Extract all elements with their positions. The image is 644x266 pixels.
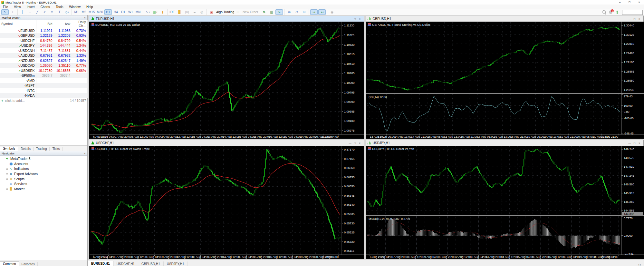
market-watch-row-audusd[interactable]: ↘AUDUSD0.679510.679821.33% [0, 53, 87, 58]
market-watch-row-eurusd[interactable]: ↘EURUSD1.119211.119360.73% [0, 28, 87, 33]
chart-canvas-gbpusd[interactable]: 1.304401.301251.298101.294951.291801.288… [366, 22, 643, 138]
chart-minimize-button[interactable]: — [627, 17, 632, 21]
tree-item-scripts[interactable]: ⊞▤Scripts [1, 176, 87, 182]
chart-close-button[interactable]: × [637, 142, 642, 145]
expand-icon[interactable]: ⊞ [5, 177, 9, 180]
price-chart-gbpusd[interactable]: 1.304401.301251.298101.294951.291801.288… [366, 22, 644, 139]
chart-close-button[interactable]: × [637, 17, 642, 21]
expand-icon[interactable]: ⊞ [5, 172, 9, 175]
navigator-header[interactable]: Navigator × [0, 151, 87, 156]
market-watch-row-usdjpy[interactable]: ↗USDJPY144.336144.444-1.34% [0, 43, 87, 48]
menu-window[interactable]: Window [66, 5, 83, 9]
community-icon[interactable]: 1 [609, 10, 612, 14]
menu-help[interactable]: Help [83, 5, 96, 9]
tile-windows-button[interactable]: ⊞ [301, 10, 307, 15]
text-tool[interactable]: T [56, 10, 63, 15]
chart-minimize-button[interactable]: — [348, 17, 352, 21]
chart-maximize-button[interactable]: □ [632, 17, 637, 21]
timeframe-m15[interactable]: M15 [88, 10, 95, 15]
tree-item-metatrader-5[interactable]: ❖MetaTrader 5 [1, 156, 87, 161]
chart-window-usdchf[interactable]: USDCHF,H1—□×0.873700.871650.869600.86755… [89, 140, 364, 259]
zoom-out-button[interactable]: ⊖ [293, 10, 300, 15]
timeframe-w1[interactable]: W1 [127, 10, 134, 15]
trendline-tool[interactable]: ╱ [34, 10, 41, 15]
chart-window-usdjpy[interactable]: USDJPY,H1—□×149.240148.575147.910147.245… [366, 140, 644, 259]
chart-tab-gbpusdh1[interactable]: GBPUSD,H1 [138, 261, 164, 266]
chart-maximize-button[interactable]: □ [352, 17, 357, 21]
chart-shift-button[interactable]: ↦ [310, 9, 318, 15]
minimize-button[interactable]: – [615, 1, 625, 4]
bar-chart-button[interactable]: ▥ [268, 10, 275, 15]
expand-icon[interactable]: ⊞ [5, 167, 9, 170]
market-watch-row-gbpusd[interactable]: ↘GBPUSD1.321291.322030.93% [0, 33, 87, 38]
horizontal-line-tool[interactable]: ─ [26, 10, 33, 15]
column-header-dailych[interactable]: Daily Ch... [72, 20, 87, 28]
menu-file[interactable]: File [0, 5, 11, 9]
cloud-button[interactable]: ☁ [191, 10, 198, 15]
timeframe-m1[interactable]: M1 [73, 10, 80, 15]
restore-button[interactable]: □ [625, 1, 634, 4]
chart-tab-scroll-arrows[interactable]: ◂ ▸ [638, 263, 644, 266]
chart-window-titlebar[interactable]: EURUSD,H1—□× [89, 16, 364, 22]
tab-common[interactable]: Common [0, 261, 19, 266]
line-chart-button[interactable]: ∿ [275, 9, 283, 15]
vps-button[interactable]: ◎ [198, 10, 205, 15]
algo-trading-button[interactable]: ▣ [208, 10, 215, 15]
menu-insert[interactable]: Insert [24, 5, 38, 9]
zoom-in-button[interactable]: ⊕ [286, 10, 293, 15]
chart-minimize-button[interactable]: — [348, 142, 352, 145]
screenshot-button[interactable]: ◉ [329, 10, 335, 15]
market-watch-row-sp500m[interactable]: •SP500m3936.73937.4 [0, 73, 87, 78]
column-header-bid[interactable]: Bid [36, 20, 54, 28]
chart-window-eurusd[interactable]: EURUSD,H1—□×1.112301.110251.108201.10615… [89, 16, 364, 139]
search-icon[interactable] [602, 10, 606, 14]
market-watch-row-usdchf[interactable]: •USDCHF0.847600.84799-0.54% [0, 38, 87, 43]
market-watch-header[interactable]: Market Watch × [0, 15, 87, 20]
ide-button[interactable]: IDE [169, 10, 176, 15]
line-type-dropdown[interactable]: ∿▾ [144, 10, 151, 15]
market-button[interactable]: ▉ [176, 10, 183, 15]
close-button[interactable]: × [634, 1, 644, 4]
market-watch-row-nzdusd[interactable]: ↗NZDUSD0.623270.623471.49% [0, 58, 87, 63]
navigator-close-icon[interactable]: × [84, 152, 86, 155]
timeframe-h1[interactable]: H1 [104, 9, 112, 15]
timeframe-m30[interactable]: M30 [96, 10, 103, 15]
tab-trading[interactable]: Trading [34, 147, 50, 151]
market-watch-add-row[interactable]: + click to add... 14 / 10157 [0, 98, 87, 103]
market-watch-row-usdsek[interactable]: ↗USDSEK10.1723010.18865-0.66% [0, 68, 87, 73]
tree-item-market[interactable]: ⊞▉Market [1, 186, 87, 192]
crosshair-tool[interactable]: + [9, 10, 16, 15]
tab-symbols[interactable]: Symbols [0, 146, 18, 151]
chart-canvas-eurusd[interactable]: 1.112301.110251.108201.106151.104101.102… [90, 22, 363, 138]
market-watch-row-intc[interactable]: ◔INTC [0, 88, 87, 93]
market-watch-close-icon[interactable]: × [84, 16, 86, 19]
timeframe-h4[interactable]: H4 [112, 10, 119, 15]
price-chart-usdchf[interactable]: 0.873700.871650.869600.867550.865500.863… [90, 146, 364, 259]
tree-item-accounts[interactable]: ⬤Accounts [1, 161, 87, 166]
toolbar-search-input[interactable] [622, 10, 643, 15]
market-watch-row-amd[interactable]: ◔AMD [0, 78, 87, 83]
menu-tools[interactable]: Tools [53, 5, 66, 9]
chart-maximize-button[interactable]: □ [632, 142, 637, 145]
equidistant-tool[interactable]: ≡ [49, 10, 55, 15]
tree-item-expert-advisors[interactable]: ⊞◆Expert Advisors [1, 171, 87, 176]
new-order-button[interactable]: ⊞ [235, 10, 241, 15]
chart-tab-eurusdh1[interactable]: EURUSD,H1 [88, 261, 113, 266]
indicators-dropdown[interactable]: ▦▾ [152, 10, 159, 15]
price-chart-eurusd[interactable]: 1.112301.110251.108201.106151.104101.102… [90, 22, 364, 139]
tab-favorites[interactable]: Favorites [19, 262, 38, 266]
tab-details[interactable]: Details [18, 147, 34, 151]
menu-view[interactable]: View [11, 5, 24, 9]
column-header-ask[interactable]: Ask [54, 20, 72, 28]
vertical-line-tool[interactable]: │ [19, 10, 26, 15]
tree-item-indicators[interactable]: ⊞∿Indicators [1, 166, 87, 171]
chart-window-titlebar[interactable]: GBPUSD,H1—□× [366, 16, 643, 22]
cursor-tool[interactable]: ↖ [1, 9, 9, 15]
tick-chart-button[interactable]: ⇅ [261, 10, 267, 15]
objects-button[interactable]: ▮ [159, 10, 166, 15]
channel-tool[interactable]: ∕∕ [41, 10, 48, 15]
chart-canvas-usdchf[interactable]: 0.873700.871650.869600.867550.865500.863… [90, 146, 363, 259]
chart-window-titlebar[interactable]: USDCHF,H1—□× [89, 140, 364, 146]
tree-item-services[interactable]: ⚙Services [1, 181, 87, 186]
tab-ticks[interactable]: Ticks [50, 147, 62, 151]
